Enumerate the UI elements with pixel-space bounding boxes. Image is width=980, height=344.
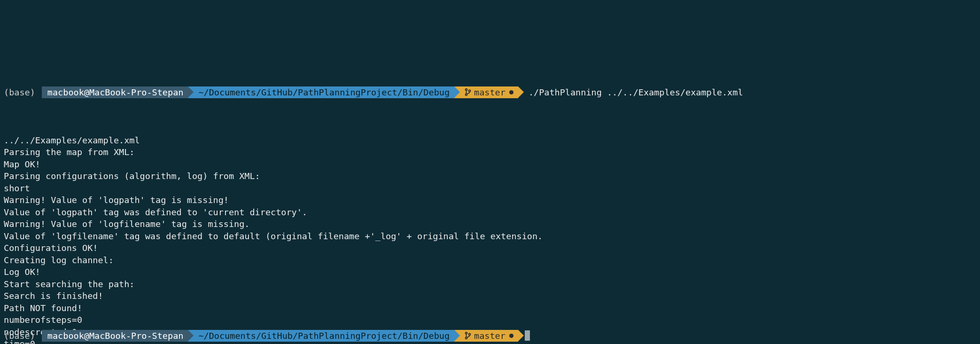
user-host-segment: macbook@MacBook-Pro-Stepan — [42, 330, 188, 342]
cwd-segment: ~/Documents/GitHub/PathPlanningProject/B… — [188, 86, 454, 99]
command-segment[interactable]: ./PathPlanning ../../Examples/example.xm… — [518, 86, 748, 99]
svg-point-0 — [466, 89, 467, 91]
command-text: ./PathPlanning ../../Examples/example.xm… — [529, 86, 743, 99]
user-host-text: macbook@MacBook-Pro-Stepan — [47, 86, 184, 99]
svg-point-3 — [466, 332, 467, 334]
powerline-arrow-icon — [188, 86, 194, 98]
powerline-arrow-icon — [454, 330, 460, 341]
terminal-window[interactable]: (base) macbook@MacBook-Pro-Stepan ~/Docu… — [0, 48, 980, 344]
output-line: Map OK! — [4, 158, 976, 171]
cursor-icon — [525, 330, 530, 341]
git-branch-segment: master — [454, 330, 518, 342]
output-line: Path NOT found! — [4, 302, 976, 314]
output-line: short — [4, 182, 976, 195]
output-line: Parsing configurations (algorithm, log) … — [4, 170, 976, 182]
conda-env-segment: (base) — [4, 330, 40, 342]
output-line: Warning! Value of 'logfilename' tag is m… — [4, 218, 976, 230]
output-line: Creating log channel: — [4, 254, 976, 266]
conda-env-text: (base) — [4, 330, 35, 342]
powerline-arrow-icon — [188, 330, 194, 341]
powerline-arrow-icon — [454, 86, 460, 98]
svg-point-5 — [469, 334, 471, 336]
svg-point-4 — [466, 337, 467, 339]
conda-env-text: (base) — [4, 86, 35, 99]
output-line: Warning! Value of 'logpath' tag is missi… — [4, 194, 976, 206]
git-branch-segment: master — [454, 86, 518, 99]
git-dirty-dot-icon — [509, 334, 513, 338]
output-line: Start searching the path: — [4, 278, 976, 290]
output-line: ../../Examples/example.xml — [4, 134, 976, 147]
output-line: Parsing the map from XML: — [4, 146, 976, 158]
svg-point-2 — [469, 90, 471, 92]
powerline-arrow-icon — [518, 86, 524, 98]
output-line: numberofsteps=0 — [4, 314, 976, 326]
svg-point-1 — [466, 94, 467, 96]
git-branch-icon — [465, 331, 471, 340]
output-line: Value of 'logpath' tag was defined to 'c… — [4, 206, 976, 219]
prompt-line-1: (base) macbook@MacBook-Pro-Stepan ~/Docu… — [4, 86, 976, 99]
git-dirty-dot-icon — [509, 90, 513, 94]
conda-env-segment: (base) — [4, 86, 40, 99]
output-line: Configurations OK! — [4, 242, 976, 254]
output-line: Log OK! — [4, 266, 976, 278]
cwd-text: ~/Documents/GitHub/PathPlanningProject/B… — [198, 86, 450, 99]
git-branch-name: master — [474, 86, 506, 99]
user-host-text: macbook@MacBook-Pro-Stepan — [47, 330, 184, 342]
cwd-segment: ~/Documents/GitHub/PathPlanningProject/B… — [188, 330, 454, 342]
output-line: Value of 'logfilename' tag was defined t… — [4, 230, 976, 242]
powerline-arrow-icon — [518, 330, 524, 341]
git-branch-icon — [465, 88, 471, 96]
output-line: Search is finished! — [4, 290, 976, 302]
cwd-text: ~/Documents/GitHub/PathPlanningProject/B… — [198, 330, 450, 342]
terminal-output: ../../Examples/example.xmlParsing the ma… — [4, 134, 976, 344]
prompt-line-2: (base) macbook@MacBook-Pro-Stepan ~/Docu… — [4, 330, 535, 342]
git-branch-name: master — [474, 330, 506, 342]
user-host-segment: macbook@MacBook-Pro-Stepan — [42, 86, 188, 99]
